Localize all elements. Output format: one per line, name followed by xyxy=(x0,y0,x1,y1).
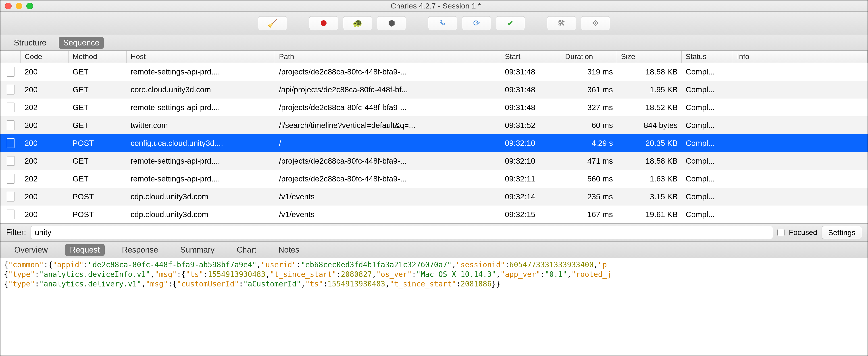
cell-status: Compl... xyxy=(682,67,733,76)
tab-notes[interactable]: Notes xyxy=(273,244,304,256)
cell-method: GET xyxy=(68,174,127,183)
cell-size: 18.58 KB xyxy=(617,67,682,76)
broom-icon: 🧹 xyxy=(268,19,278,28)
cell-size: 18.52 KB xyxy=(617,103,682,112)
table-row[interactable]: 200POSTcdp.cloud.unity3d.com/v1/events09… xyxy=(0,188,868,206)
table-row[interactable]: 202GETremote-settings-api-prd..../projec… xyxy=(0,99,868,116)
tab-sequence[interactable]: Sequence xyxy=(59,37,104,49)
cell-code: 200 xyxy=(21,139,68,148)
cell-host: remote-settings-api-prd.... xyxy=(127,174,275,183)
cell-status: Compl... xyxy=(682,174,733,183)
table-row[interactable]: 200GETcore.cloud.unity3d.com/api/project… xyxy=(0,81,868,99)
cell-status: Compl... xyxy=(682,103,733,112)
filter-settings-button[interactable]: Settings xyxy=(822,226,862,239)
cell-method: GET xyxy=(68,156,127,166)
col-path[interactable]: Path xyxy=(275,50,501,63)
col-size[interactable]: Size xyxy=(617,50,682,63)
col-status[interactable]: Status xyxy=(682,50,733,63)
broom-button[interactable]: 🧹 xyxy=(258,16,287,30)
pencil-icon: ✎ xyxy=(439,19,446,28)
col-duration[interactable]: Duration xyxy=(561,50,617,63)
filter-bar: Filter: Focused Settings xyxy=(0,223,868,242)
cell-path: /api/projects/de2c88ca-80fc-448f-bf... xyxy=(275,85,501,94)
toolbar: 🧹 🐢 ⬢ ✎ ⟳ ✔ 🛠 ⚙ xyxy=(0,11,868,35)
tab-chart[interactable]: Chart xyxy=(232,244,261,256)
request-body-pane[interactable]: {"common":{"appid":"de2c88ca-80fc-448f-b… xyxy=(0,258,868,291)
cell-size: 18.58 KB xyxy=(617,156,682,166)
table-header: Code Method Host Path Start Duration Siz… xyxy=(0,50,868,63)
cell-status: Compl... xyxy=(682,156,733,166)
json-line: {"common":{"appid":"de2c88ca-80fc-448f-b… xyxy=(4,260,864,270)
col-host[interactable]: Host xyxy=(127,50,275,63)
cell-start: 09:31:52 xyxy=(501,121,561,130)
cell-start: 09:31:48 xyxy=(501,67,561,76)
cell-path: /projects/de2c88ca-80fc-448f-bfa9-... xyxy=(275,174,501,183)
cell-status: Compl... xyxy=(682,121,733,130)
cell-host: remote-settings-api-prd.... xyxy=(127,67,275,76)
cell-code: 202 xyxy=(21,103,68,112)
cell-path: /v1/events xyxy=(275,192,501,201)
cell-duration: 60 ms xyxy=(561,121,617,130)
detail-tabs: Overview Request Response Summary Chart … xyxy=(0,242,868,258)
validate-button[interactable]: ✔ xyxy=(496,16,525,30)
col-code[interactable]: Code xyxy=(21,50,68,63)
tab-request[interactable]: Request xyxy=(65,244,105,256)
cell-path: / xyxy=(275,139,501,148)
cell-size: 1.63 KB xyxy=(617,174,682,183)
cell-start: 09:31:48 xyxy=(501,85,561,94)
tab-overview[interactable]: Overview xyxy=(9,244,53,256)
settings-button[interactable]: ⚙ xyxy=(581,16,610,30)
focused-checkbox[interactable] xyxy=(777,229,784,236)
table-row[interactable]: 200POSTcdp.cloud.unity3d.com/v1/events09… xyxy=(0,206,868,223)
tab-summary[interactable]: Summary xyxy=(175,244,219,256)
tools-button[interactable]: 🛠 xyxy=(547,16,576,30)
cell-size: 3.15 KB xyxy=(617,192,682,201)
turtle-icon: 🐢 xyxy=(353,19,363,28)
cell-code: 200 xyxy=(21,156,68,166)
focused-label: Focused xyxy=(789,228,817,237)
request-list: 200GETremote-settings-api-prd..../projec… xyxy=(0,63,868,223)
close-window-button[interactable] xyxy=(5,3,11,9)
file-icon xyxy=(7,192,14,202)
cell-code: 200 xyxy=(21,67,68,76)
repeat-button[interactable]: ⟳ xyxy=(462,16,491,30)
breakpoints-button[interactable]: ⬢ xyxy=(377,16,406,30)
gear-icon: ⚙ xyxy=(592,19,599,28)
table-row[interactable]: 200GETremote-settings-api-prd..../projec… xyxy=(0,63,868,81)
cell-method: GET xyxy=(68,103,127,112)
cell-path: /projects/de2c88ca-80fc-448f-bfa9-... xyxy=(275,103,501,112)
record-button[interactable] xyxy=(309,16,338,30)
tab-structure[interactable]: Structure xyxy=(9,37,51,49)
filter-input[interactable] xyxy=(31,226,773,239)
window-title: Charles 4.2.7 - Session 1 * xyxy=(33,2,839,10)
col-info[interactable]: Info xyxy=(733,50,868,63)
table-row[interactable]: 200POSTconfig.uca.cloud.unity3d..../09:3… xyxy=(0,134,868,152)
cell-method: POST xyxy=(68,192,127,201)
cell-host: remote-settings-api-prd.... xyxy=(127,156,275,166)
cell-start: 09:32:10 xyxy=(501,139,561,148)
col-start[interactable]: Start xyxy=(501,50,561,63)
cell-code: 200 xyxy=(21,85,68,94)
tab-response[interactable]: Response xyxy=(117,244,163,256)
file-icon xyxy=(7,174,14,184)
file-icon xyxy=(7,67,14,77)
cell-host: cdp.cloud.unity3d.com xyxy=(127,192,275,201)
minimize-window-button[interactable] xyxy=(16,3,22,9)
cell-size: 844 bytes xyxy=(617,121,682,130)
window-controls xyxy=(5,3,33,9)
table-row[interactable]: 200GETtwitter.com/i/search/timeline?vert… xyxy=(0,116,868,134)
col-method[interactable]: Method xyxy=(68,50,127,63)
file-icon xyxy=(7,210,14,219)
cell-path: /projects/de2c88ca-80fc-448f-bfa9-... xyxy=(275,67,501,76)
table-row[interactable]: 200GETremote-settings-api-prd..../projec… xyxy=(0,152,868,170)
record-icon xyxy=(321,20,327,26)
throttle-button[interactable]: 🐢 xyxy=(343,16,372,30)
cell-path: /projects/de2c88ca-80fc-448f-bfa9-... xyxy=(275,156,501,166)
table-row[interactable]: 202GETremote-settings-api-prd..../projec… xyxy=(0,170,868,188)
cell-host: cdp.cloud.unity3d.com xyxy=(127,210,275,219)
cell-status: Compl... xyxy=(682,85,733,94)
col-icon[interactable] xyxy=(0,50,21,63)
cell-size: 20.35 KB xyxy=(617,139,682,148)
zoom-window-button[interactable] xyxy=(26,3,33,9)
compose-button[interactable]: ✎ xyxy=(428,16,457,30)
